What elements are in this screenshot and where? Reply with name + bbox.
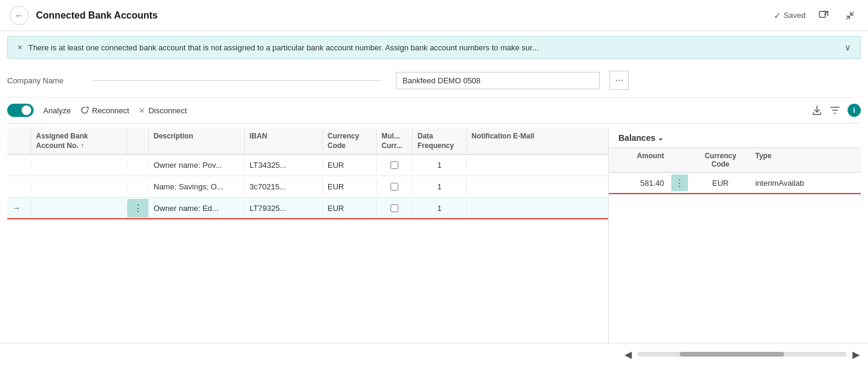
row1-iban: LT34325... <box>245 157 323 173</box>
scroll-left-button[interactable]: ◀ <box>621 347 635 361</box>
bal-amount: 581.40 <box>609 175 669 191</box>
export-button[interactable] <box>812 105 822 116</box>
scroll-right-button[interactable]: ▶ <box>849 347 863 361</box>
bal-type: interimAvailab <box>750 175 861 191</box>
table-header: Assigned Bank Account No. ↑ Description … <box>7 128 608 155</box>
row3-multi-curr[interactable] <box>377 201 413 216</box>
reconnect-label: Reconnect <box>92 106 129 115</box>
company-more-button[interactable]: ··· <box>609 71 629 90</box>
reconnect-button[interactable]: Reconnect <box>80 106 129 115</box>
row2-multi-curr-checkbox[interactable] <box>391 183 398 191</box>
row1-multi-curr-checkbox[interactable] <box>391 161 398 169</box>
horizontal-scrollbar[interactable] <box>638 352 846 357</box>
disconnect-button[interactable]: ✕ Disconnect <box>139 106 187 115</box>
row1-multi-curr[interactable] <box>377 158 413 173</box>
bal-col-currency-code: Currency Code <box>690 148 750 172</box>
row3-bank-account-no <box>31 204 127 212</box>
balances-expand-icon[interactable]: ⌄ <box>657 134 663 142</box>
row2-currency-code: EUR <box>323 179 377 195</box>
row3-notification-email <box>467 204 608 212</box>
saved-indicator: ✓ Saved <box>774 11 806 20</box>
saved-label: Saved <box>783 11 806 20</box>
table-row[interactable]: Name: Savings; O... 3c70215... EUR 1 <box>7 176 608 198</box>
bal-col-dots <box>669 148 690 172</box>
row2-iban: 3c70215... <box>245 179 323 195</box>
back-button[interactable]: ← <box>10 6 29 25</box>
row3-data-frequency: 1 <box>413 200 467 216</box>
left-scroll-area <box>0 347 616 361</box>
table-row[interactable]: Owner name: Pov... LT34325... EUR 1 <box>7 155 608 176</box>
table-body: Owner name: Pov... LT34325... EUR 1 Name… <box>7 155 608 219</box>
row1-bank-account-no <box>31 162 127 169</box>
disconnect-x-icon: ✕ <box>139 106 145 115</box>
right-scroll-area: ◀ ▶ <box>616 347 868 361</box>
company-name-input[interactable] <box>396 72 600 89</box>
row3-currency-code: EUR <box>323 200 377 216</box>
external-link-button[interactable] <box>815 7 832 24</box>
row2-arrow <box>7 183 31 191</box>
bal-col-amount: Amount <box>609 148 669 172</box>
col-description[interactable]: Description <box>149 128 245 154</box>
check-icon: ✓ <box>774 11 781 20</box>
analyze-label: Analyze <box>43 106 71 115</box>
info-button[interactable]: i <box>848 104 861 117</box>
row3-multi-curr-checkbox[interactable] <box>391 204 398 212</box>
col-currency-code[interactable]: Currency Code <box>323 128 377 154</box>
row3-iban: LT79325... <box>245 200 323 216</box>
filter-button[interactable] <box>830 105 840 116</box>
table-row[interactable]: → ⋮ Owner name: Ed... LT79325... EUR 1 <box>7 198 608 219</box>
alert-close-button[interactable]: × <box>17 43 22 52</box>
col-dots <box>127 128 149 154</box>
alert-message: There is at least one connected bank acc… <box>28 43 845 52</box>
bal-dots-icon[interactable]: ⋮ <box>671 174 688 191</box>
row1-currency-code: EUR <box>323 157 377 173</box>
row3-dots-button[interactable]: ⋮ <box>127 199 149 218</box>
bal-currency-code: EUR <box>690 175 750 191</box>
row1-data-frequency: 1 <box>413 157 467 173</box>
col-multi-curr[interactable]: Mul... Curr... <box>377 128 413 154</box>
col-arrow <box>7 128 31 154</box>
row2-data-frequency: 1 <box>413 179 467 195</box>
col-data-frequency[interactable]: Data Frequency <box>413 128 467 154</box>
reconnect-icon <box>80 106 89 114</box>
alert-expand-button[interactable]: ∨ <box>845 43 851 52</box>
balances-table-header: Amount Currency Code Type <box>609 147 861 173</box>
page-title: Connected Bank Accounts <box>36 10 774 21</box>
back-icon: ← <box>15 10 24 20</box>
col-notification-email[interactable]: Notification E-Mail <box>467 128 608 154</box>
row2-description: Name: Savings; O... <box>149 179 245 195</box>
col-bank-account-no[interactable]: Assigned Bank Account No. ↑ <box>31 128 127 154</box>
alert-banner: × There is at least one connected bank a… <box>7 36 861 59</box>
bal-dots-button[interactable]: ⋮ <box>669 174 690 191</box>
collapse-button[interactable] <box>842 7 858 24</box>
scroll-thumb[interactable] <box>680 352 784 357</box>
row2-notification-email <box>467 183 608 191</box>
analyze-button[interactable]: Analyze <box>43 106 71 115</box>
info-icon: i <box>853 106 855 114</box>
row3-description: Owner name: Ed... <box>149 200 245 216</box>
col-iban[interactable]: IBAN <box>245 128 323 154</box>
bal-col-type: Type <box>750 148 861 172</box>
company-name-label: Company Name <box>7 76 79 85</box>
row2-bank-account-no <box>31 183 127 191</box>
row1-dots <box>127 162 149 169</box>
disconnect-label: Disconnect <box>148 106 187 115</box>
analyze-toggle[interactable] <box>7 104 34 117</box>
row1-notification-email <box>467 162 608 169</box>
company-dots-divider <box>94 80 382 81</box>
balances-panel: Balances ⌄ Amount Currency Code Type 581… <box>609 128 861 343</box>
row3-arrow: → <box>7 200 31 216</box>
row2-multi-curr[interactable] <box>377 179 413 194</box>
row1-arrow <box>7 162 31 169</box>
row1-description: Owner name: Pov... <box>149 157 245 173</box>
balances-row[interactable]: 581.40 ⋮ EUR interimAvailab <box>609 173 861 194</box>
row2-dots <box>127 183 149 191</box>
balances-title: Balances <box>618 133 655 143</box>
balances-header[interactable]: Balances ⌄ <box>609 128 861 147</box>
svg-line-1 <box>824 11 828 15</box>
